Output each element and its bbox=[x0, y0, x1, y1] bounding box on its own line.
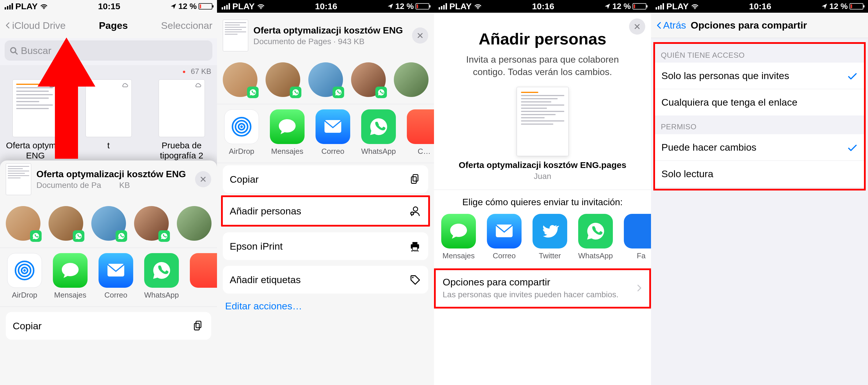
file-thumb bbox=[86, 79, 132, 137]
app-correo[interactable]: Correo bbox=[314, 109, 352, 156]
doc-preview bbox=[517, 87, 569, 156]
share-sheet: Oferta optymalizacji kosztów ENG Documen… bbox=[217, 13, 434, 385]
battery-pct: 12 % bbox=[829, 2, 848, 11]
action-add-tags[interactable]: Añadir etiquetas bbox=[223, 266, 428, 293]
select-button[interactable]: Seleccionar bbox=[161, 20, 212, 31]
row-label: Cualquiera que tenga el enlace bbox=[661, 97, 798, 108]
twitter-icon bbox=[540, 221, 560, 241]
contact-avatar[interactable] bbox=[49, 206, 83, 241]
messages-icon bbox=[448, 221, 469, 241]
app-more[interactable] bbox=[188, 253, 217, 300]
check-icon bbox=[847, 142, 858, 153]
signal-icon bbox=[439, 3, 447, 9]
status-bar: PLAY 10:16 12 % bbox=[434, 0, 651, 13]
section-header-access: QUIÉN TIENE ACCESO bbox=[655, 44, 864, 63]
app-whatsapp[interactable]: WhatsApp bbox=[143, 253, 180, 300]
battery-pct: 12 % bbox=[395, 2, 414, 11]
carrier-label: PLAY bbox=[15, 1, 37, 11]
nav-bar: iCloud Drive Pages Seleccionar bbox=[0, 13, 217, 38]
close-button[interactable] bbox=[195, 171, 211, 187]
sheet-subtitle: Documento de Pages · 943 KB bbox=[253, 37, 407, 46]
location-icon bbox=[821, 3, 828, 9]
row-read-only[interactable]: Solo lectura bbox=[655, 161, 864, 187]
file-name: t bbox=[78, 141, 139, 151]
file-item[interactable]: t bbox=[78, 79, 139, 171]
action-add-people[interactable]: Añadir personas bbox=[223, 197, 428, 225]
close-icon bbox=[417, 32, 424, 39]
whatsapp-badge-icon bbox=[333, 86, 344, 98]
back-button[interactable]: Atrás bbox=[656, 20, 686, 31]
contact-avatar[interactable] bbox=[223, 62, 257, 97]
app-airdrop[interactable]: AirDrop bbox=[223, 109, 260, 156]
printer-icon bbox=[409, 240, 421, 252]
app-whatsapp[interactable]: WhatsApp bbox=[360, 109, 397, 156]
file-item[interactable]: Oferta optym…ENG 3/10/18 bbox=[5, 79, 66, 171]
app-mensajes[interactable]: Mensajes bbox=[52, 253, 89, 300]
contact-avatar[interactable] bbox=[394, 62, 429, 97]
file-name: Oferta optym…ENG bbox=[5, 141, 66, 161]
doc-thumbnail bbox=[6, 163, 31, 195]
row-anyone-link[interactable]: Cualquiera que tenga el enlace bbox=[655, 89, 864, 115]
app-correo[interactable]: Correo bbox=[97, 253, 135, 300]
share-sheet: Oferta optymalizacji kosztów ENG Documen… bbox=[0, 161, 217, 385]
copy-icon bbox=[192, 319, 204, 332]
app-correo[interactable]: Correo bbox=[486, 214, 523, 260]
signal-icon bbox=[656, 3, 664, 9]
chevron-right-icon bbox=[636, 284, 642, 292]
app-label: Correo bbox=[314, 147, 352, 156]
close-button[interactable] bbox=[412, 27, 428, 43]
search-placeholder: Buscar bbox=[21, 45, 52, 56]
action-copy[interactable]: Copiar bbox=[223, 165, 428, 193]
action-copy[interactable]: Copiar bbox=[6, 312, 211, 340]
messages-icon bbox=[60, 260, 80, 281]
back-button[interactable]: iCloud Drive bbox=[5, 20, 66, 31]
app-mensajes[interactable]: Mensajes bbox=[440, 214, 477, 260]
contact-avatar[interactable] bbox=[91, 206, 126, 241]
close-button[interactable] bbox=[629, 19, 645, 35]
screen-4: PLAY 10:16 12 % Atrás Opciones para comp… bbox=[651, 0, 868, 385]
app-mensajes[interactable]: Mensajes bbox=[269, 109, 306, 156]
contact-avatar[interactable] bbox=[177, 206, 212, 241]
row-label: Solo las personas que invites bbox=[661, 70, 789, 81]
page-title: Añadir personas bbox=[434, 29, 651, 48]
app-label: Mensajes bbox=[440, 251, 477, 260]
contact-avatar[interactable] bbox=[266, 62, 300, 97]
share-options-row[interactable]: Opciones para compartir Las personas que… bbox=[436, 270, 649, 307]
contact-avatar[interactable] bbox=[6, 206, 40, 241]
airdrop-icon bbox=[231, 116, 252, 137]
battery-icon bbox=[849, 3, 863, 9]
app-label: Fa bbox=[622, 251, 651, 260]
contact-avatar[interactable] bbox=[351, 62, 386, 97]
edit-actions-link[interactable]: Editar acciones… bbox=[217, 293, 434, 319]
action-epson-iprint[interactable]: Epson iPrint bbox=[223, 232, 428, 260]
whatsapp-icon bbox=[585, 221, 606, 241]
app-more[interactable]: C… bbox=[405, 109, 434, 156]
row-can-edit[interactable]: Puede hacer cambios bbox=[655, 134, 864, 161]
app-label: WhatsApp bbox=[143, 291, 180, 300]
app-label: AirDrop bbox=[6, 291, 43, 300]
contact-avatar[interactable] bbox=[134, 206, 169, 241]
row-only-invited[interactable]: Solo las personas que invites bbox=[655, 63, 864, 89]
wifi-icon bbox=[257, 3, 265, 9]
app-airdrop[interactable]: AirDrop bbox=[6, 253, 43, 300]
contact-avatar[interactable] bbox=[308, 62, 343, 97]
nav-bar: Atrás Opciones para compartir bbox=[651, 13, 868, 38]
search-input[interactable]: Buscar bbox=[5, 40, 212, 61]
copy-icon bbox=[409, 173, 421, 185]
page-title: Pages bbox=[66, 20, 161, 31]
page-description: Invita a personas para que colaboren con… bbox=[451, 54, 634, 78]
app-twitter[interactable]: Twitter bbox=[531, 214, 569, 260]
signal-icon bbox=[222, 3, 230, 9]
screen-3: PLAY 10:16 12 % Añadir personas Invita a… bbox=[434, 0, 651, 385]
app-whatsapp[interactable]: WhatsApp bbox=[577, 214, 614, 260]
file-item[interactable]: Prueba de tipografía 2 5/12/19 bbox=[151, 79, 212, 171]
apps-row: AirDrop Mensajes Correo WhatsApp bbox=[0, 248, 217, 307]
sheet-title: Oferta optymalizacji kosztów ENG bbox=[253, 25, 407, 36]
app-more[interactable]: Fa bbox=[622, 214, 651, 260]
doc-owner: Juan bbox=[434, 172, 651, 181]
highlight-options: QUIÉN TIENE ACCESO Solo las personas que… bbox=[653, 42, 866, 190]
status-time: 10:16 bbox=[532, 1, 554, 11]
page-title: Opciones para compartir bbox=[690, 20, 807, 31]
battery-icon bbox=[632, 3, 646, 9]
location-icon bbox=[387, 3, 394, 9]
